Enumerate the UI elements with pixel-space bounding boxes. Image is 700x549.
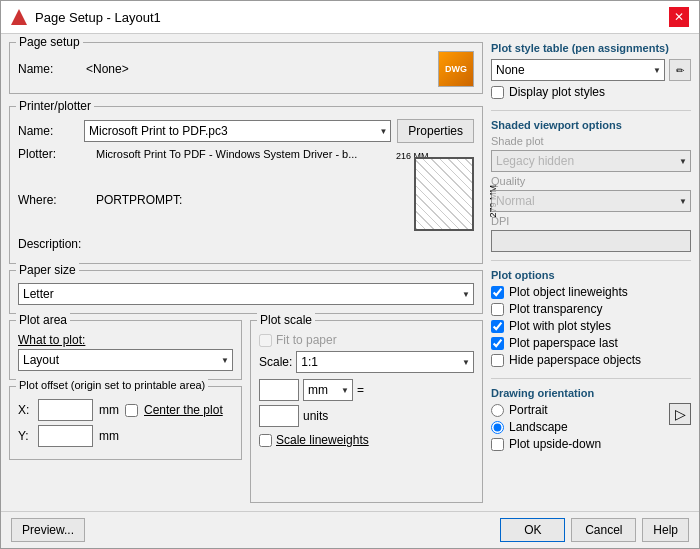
dialog-footer: Preview... OK Cancel Help bbox=[1, 511, 699, 548]
pen-edit-button[interactable]: ✏ bbox=[669, 59, 691, 81]
pen-table-row: None acad.ctb ✏ bbox=[491, 59, 691, 81]
what-to-plot-select[interactable]: Layout Extents Display Window bbox=[18, 349, 233, 371]
scale-lineweights-row: Scale lineweights bbox=[259, 433, 474, 447]
paper-size-select-wrap: Letter A4 A3 bbox=[18, 283, 474, 305]
pen-edit-icon: ✏ bbox=[676, 65, 684, 76]
portrait-radio[interactable] bbox=[491, 404, 504, 417]
printer-select[interactable]: Microsoft Print to PDF.pc3 bbox=[84, 120, 391, 142]
display-plot-styles-checkbox[interactable] bbox=[491, 86, 504, 99]
drawing-orientation-section: Drawing orientation Portrait Landscape bbox=[491, 387, 691, 454]
x-input[interactable]: 0.00 bbox=[38, 399, 93, 421]
lineweights-row: Plot object lineweights bbox=[491, 285, 691, 299]
right-panel: Plot style table (pen assignments) None … bbox=[491, 42, 691, 503]
hide-paperspace-checkbox[interactable] bbox=[491, 354, 504, 367]
plot-offset-label: Plot offset (origin set to printable are… bbox=[16, 379, 208, 391]
lineweights-checkbox[interactable] bbox=[491, 286, 504, 299]
description-label: Description: bbox=[18, 237, 90, 251]
hide-paperspace-row: Hide paperspace objects bbox=[491, 353, 691, 367]
shade-select-wrap: Legacy hidden bbox=[491, 150, 691, 172]
dpi-row: DPI bbox=[491, 215, 691, 227]
mm-select-wrap: mm inch bbox=[303, 379, 353, 401]
quality-select[interactable]: Normal bbox=[491, 190, 691, 212]
units-row: 1 units bbox=[259, 405, 474, 427]
quality-select-wrap: Normal bbox=[491, 190, 691, 212]
paper-rect bbox=[414, 157, 474, 231]
paper-size-select[interactable]: Letter A4 A3 bbox=[18, 283, 474, 305]
preview-button[interactable]: Preview... bbox=[11, 518, 85, 542]
page-setup-dialog: Page Setup - Layout1 ✕ Page setup Name: … bbox=[0, 0, 700, 549]
plot-styles-checkbox[interactable] bbox=[491, 320, 504, 333]
scale-select-wrap: 1:1 1:2 2:1 bbox=[296, 351, 474, 373]
scale-label: Scale: bbox=[259, 355, 292, 369]
y-label: Y: bbox=[18, 429, 32, 443]
cancel-button[interactable]: Cancel bbox=[571, 518, 636, 542]
name-label: Name: bbox=[18, 62, 78, 76]
close-button[interactable]: ✕ bbox=[669, 7, 689, 27]
landscape-label: Landscape bbox=[509, 420, 568, 434]
help-button[interactable]: Help bbox=[642, 518, 689, 542]
landscape-radio[interactable] bbox=[491, 421, 504, 434]
plot-options-section: Plot options Plot object lineweights Plo… bbox=[491, 269, 691, 370]
dpi-input[interactable] bbox=[491, 230, 691, 252]
bottom-section: Plot area What to plot: Layout Extents D… bbox=[9, 320, 483, 503]
page-setup-label: Page setup bbox=[16, 35, 83, 49]
plot-scale-group: Plot scale Fit to paper Scale: 1:1 bbox=[250, 320, 483, 503]
plotter-value: Microsoft Print To PDF - Windows System … bbox=[96, 148, 357, 160]
dwg-icon: DWG bbox=[438, 51, 474, 87]
dialog-content: Page setup Name: <None> DWG Printer/plot… bbox=[1, 34, 699, 511]
plot-style-select[interactable]: None acad.ctb bbox=[491, 59, 665, 81]
what-to-plot-row: What to plot: Layout Extents Display Win… bbox=[18, 333, 233, 371]
mm-select[interactable]: mm inch bbox=[303, 379, 353, 401]
pen-select-wrap: None acad.ctb bbox=[491, 59, 665, 81]
plot-styles-label: Plot with plot styles bbox=[509, 319, 611, 333]
y-input[interactable]: 0.00 bbox=[38, 425, 93, 447]
scale-lineweights-checkbox[interactable] bbox=[259, 434, 272, 447]
lineweights-label: Plot object lineweights bbox=[509, 285, 628, 299]
where-row: Where: PORTPROMPT: 216 MM 279 MM bbox=[18, 165, 474, 235]
plot-area-group: Plot area What to plot: Layout Extents D… bbox=[9, 320, 242, 380]
quality-select-row: Normal bbox=[491, 190, 691, 212]
orientation-radios: Portrait Landscape Plot upside-down bbox=[491, 403, 601, 454]
transparency-checkbox[interactable] bbox=[491, 303, 504, 316]
scale-val2[interactable]: 1 bbox=[259, 405, 299, 427]
window-title: Page Setup - Layout1 bbox=[35, 10, 161, 25]
paperspace-last-row: Plot paperspace last bbox=[491, 336, 691, 350]
shade-select[interactable]: Legacy hidden bbox=[491, 150, 691, 172]
plot-area-label: Plot area bbox=[16, 313, 70, 327]
orientation-title: Drawing orientation bbox=[491, 387, 691, 399]
scale-row: Scale: 1:1 1:2 2:1 bbox=[259, 351, 474, 373]
properties-button[interactable]: Properties bbox=[397, 119, 474, 143]
landscape-preview-icon: ▷ bbox=[669, 403, 691, 425]
plotter-label: Plotter: bbox=[18, 147, 90, 161]
upside-down-checkbox[interactable] bbox=[491, 438, 504, 451]
landscape-row: Landscape bbox=[491, 420, 601, 434]
fit-to-paper-checkbox[interactable] bbox=[259, 334, 272, 347]
ok-button[interactable]: OK bbox=[500, 518, 565, 542]
plot-styles-row: Plot with plot styles bbox=[491, 319, 691, 333]
app-icon bbox=[11, 9, 27, 25]
scale-val1[interactable]: 1 bbox=[259, 379, 299, 401]
description-row: Description: bbox=[18, 237, 474, 251]
center-plot-label: Center the plot bbox=[144, 403, 223, 417]
orientation-content: Portrait Landscape Plot upside-down ▷ bbox=[491, 403, 691, 454]
paperspace-last-label: Plot paperspace last bbox=[509, 336, 618, 350]
display-styles-row: Display plot styles bbox=[491, 85, 691, 99]
center-plot-checkbox[interactable] bbox=[125, 404, 138, 417]
fit-checkbox-row: Fit to paper bbox=[259, 333, 474, 347]
paper-preview: 216 MM 279 MM bbox=[394, 145, 474, 235]
equals-sign: = bbox=[357, 383, 364, 397]
transparency-row: Plot transparency bbox=[491, 302, 691, 316]
printer-plotter-group: Printer/plotter Name: Microsoft Print to… bbox=[9, 106, 483, 264]
plot-style-section-title: Plot style table (pen assignments) bbox=[491, 42, 691, 55]
divider3 bbox=[491, 378, 691, 379]
scale-select[interactable]: 1:1 1:2 2:1 bbox=[296, 351, 474, 373]
what-select-wrap: Layout Extents Display Window bbox=[18, 349, 233, 371]
paperspace-last-checkbox[interactable] bbox=[491, 337, 504, 350]
units-label: units bbox=[303, 409, 328, 423]
y-mm-label: mm bbox=[99, 429, 119, 443]
left-bottom: Plot area What to plot: Layout Extents D… bbox=[9, 320, 242, 503]
x-label: X: bbox=[18, 403, 32, 417]
transparency-label: Plot transparency bbox=[509, 302, 602, 316]
shaded-viewport-section: Shaded viewport options Shade plot Legac… bbox=[491, 119, 691, 252]
x-mm-label: mm bbox=[99, 403, 119, 417]
